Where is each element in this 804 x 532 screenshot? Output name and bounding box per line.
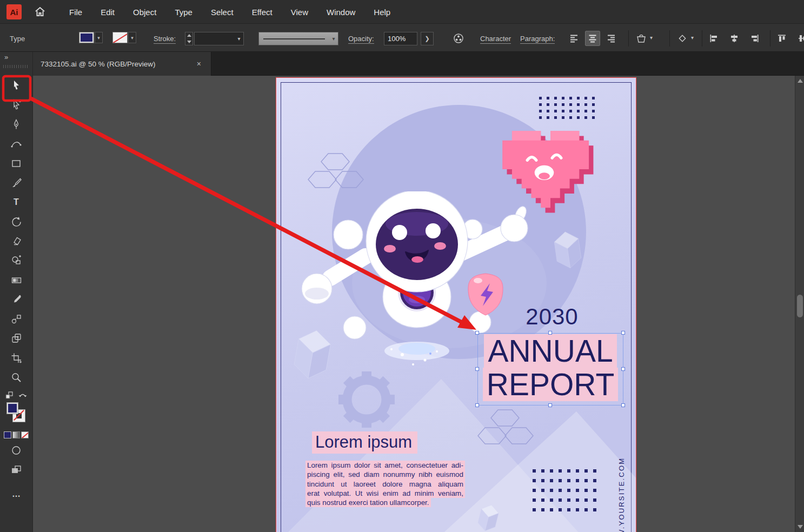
- align-objects-top-button[interactable]: [774, 31, 789, 46]
- selection-handle[interactable]: [548, 403, 552, 407]
- graphic-styles-icon[interactable]: [634, 31, 649, 46]
- selection-type-label: Type: [10, 35, 25, 43]
- document-tab[interactable]: 7332105.ai @ 50 % (RGB/Preview) ×: [33, 52, 211, 76]
- direct-selection-tool[interactable]: [6, 96, 26, 114]
- selection-handle[interactable]: [621, 331, 625, 335]
- color-button[interactable]: [4, 431, 11, 438]
- eyedropper-tool[interactable]: [6, 290, 26, 309]
- gradient-button[interactable]: [12, 431, 20, 438]
- fill-color-swatch[interactable]: [79, 32, 94, 43]
- align-objects-center-button[interactable]: [727, 31, 742, 46]
- align-text-center-button[interactable]: [585, 31, 600, 46]
- document-title: 7332105.ai @ 50 % (RGB/Preview): [41, 60, 156, 68]
- rectangle-tool[interactable]: [6, 154, 26, 172]
- menubar: Ai File Edit Object Type Select Effect V…: [0, 0, 804, 24]
- eraser-tool[interactable]: [6, 232, 26, 250]
- character-panel-link[interactable]: Character: [480, 35, 511, 44]
- poster-title-text[interactable]: ANNUAL REPORT: [477, 333, 623, 405]
- poster-heading-text[interactable]: Lorem ipsum: [312, 433, 417, 452]
- shape-builder-tool[interactable]: [6, 251, 26, 270]
- default-fill-stroke-icon[interactable]: [4, 390, 14, 402]
- curvature-tool[interactable]: [6, 135, 26, 153]
- pen-tool[interactable]: [6, 115, 26, 134]
- edit-toolbar-button[interactable]: …: [12, 491, 21, 497]
- poster-website-text[interactable]: WWW.YOURSITE.COM: [617, 457, 626, 532]
- selection-handle[interactable]: [621, 367, 625, 371]
- type-tool[interactable]: T: [6, 193, 26, 211]
- toolbar-grip: [3, 65, 28, 68]
- none-button[interactable]: [21, 431, 29, 438]
- symbols-tool[interactable]: [6, 329, 26, 348]
- menu-item-select[interactable]: Select: [211, 8, 234, 17]
- dot-pattern-top: [539, 97, 595, 119]
- toolbar-expand-icon[interactable]: »: [4, 53, 8, 61]
- menu-items: File Edit Object Type Select Effect View…: [69, 0, 390, 24]
- width-profile-select[interactable]: ▾: [258, 32, 338, 45]
- menu-item-file[interactable]: File: [69, 8, 82, 17]
- selection-handle[interactable]: [475, 403, 479, 407]
- artboard-tool[interactable]: [6, 349, 26, 367]
- paragraph-panel-link[interactable]: Paragraph:: [520, 35, 555, 44]
- vertical-scrollbar[interactable]: [795, 76, 804, 532]
- paintbrush-tool[interactable]: [6, 174, 26, 192]
- selection-handle[interactable]: [621, 403, 625, 407]
- align-objects-left-button[interactable]: [706, 31, 721, 46]
- swap-fill-stroke-icon[interactable]: [17, 391, 28, 401]
- rotate-tool[interactable]: [6, 212, 26, 231]
- zoom-tool[interactable]: [6, 368, 26, 387]
- menu-item-object[interactable]: Object: [133, 8, 156, 17]
- graphic-styles-chevron[interactable]: ▾: [650, 35, 653, 41]
- selection-handle[interactable]: [475, 367, 479, 371]
- opacity-panel-link[interactable]: Opacity:: [348, 35, 374, 44]
- toolbar-fill-swatch[interactable]: [6, 402, 18, 414]
- menu-item-help[interactable]: Help: [374, 8, 390, 17]
- transform-icon[interactable]: [675, 31, 690, 46]
- stroke-weight-select[interactable]: ▾: [194, 32, 244, 45]
- transform-chevron[interactable]: ▾: [691, 35, 694, 41]
- align-objects-right-button[interactable]: [747, 31, 762, 46]
- drawing-mode-button[interactable]: [10, 445, 22, 458]
- menu-item-window[interactable]: Window: [327, 8, 355, 17]
- stroke-color-dropdown[interactable]: ▾: [128, 32, 136, 43]
- fill-color-dropdown[interactable]: ▾: [95, 32, 103, 43]
- home-icon[interactable]: [34, 5, 46, 18]
- scroll-down-icon[interactable]: [798, 525, 803, 529]
- dot-pattern-bottom: [533, 469, 596, 511]
- menu-item-edit[interactable]: Edit: [101, 8, 115, 17]
- screen-mode-button[interactable]: [10, 464, 22, 477]
- stroke-panel-link[interactable]: Stroke:: [154, 35, 176, 44]
- align-text-right-button[interactable]: [603, 31, 619, 46]
- align-text-left-button[interactable]: [567, 31, 582, 46]
- recolor-artwork-icon[interactable]: [451, 31, 466, 46]
- scroll-up-icon[interactable]: [798, 79, 803, 83]
- tools-panel: » T: [0, 52, 33, 532]
- menu-item-effect[interactable]: Effect: [252, 8, 273, 17]
- selection-handle[interactable]: [475, 331, 479, 335]
- menu-item-type[interactable]: Type: [175, 8, 192, 17]
- poster-body-text[interactable]: Lorem ipsum dolor sit amet, consectetuer…: [305, 461, 465, 507]
- opacity-submenu-button[interactable]: ❯: [421, 32, 434, 45]
- poster-year-text[interactable]: 2030: [509, 304, 595, 330]
- poster-title-line-1: ANNUAL: [484, 334, 616, 368]
- canvas[interactable]: 2030 ANNUAL REPORT Lorem ipsum Lorem ips…: [33, 76, 804, 532]
- poster-title-line-2: REPORT: [483, 368, 619, 401]
- app-logo-icon[interactable]: Ai: [6, 4, 22, 19]
- tab-close-icon[interactable]: ×: [195, 58, 203, 69]
- scrollbar-thumb[interactable]: [797, 295, 803, 317]
- control-bar: Type ▾ ▾ Stroke: ▾ ▾ Opacity: ❯ Characte…: [0, 24, 804, 52]
- illustrator-window: Ai File Edit Object Type Select Effect V…: [0, 0, 804, 532]
- opacity-input[interactable]: [384, 32, 417, 45]
- artboard[interactable]: 2030 ANNUAL REPORT Lorem ipsum Lorem ips…: [276, 77, 636, 532]
- gradient-tool[interactable]: [6, 271, 26, 289]
- selection-tool[interactable]: [6, 76, 26, 95]
- document-tab-bar: 7332105.ai @ 50 % (RGB/Preview) ×: [33, 52, 804, 76]
- align-objects-vcenter-button[interactable]: [795, 31, 804, 46]
- stroke-weight-stepper[interactable]: [185, 32, 193, 45]
- selection-handle[interactable]: [548, 331, 552, 335]
- stroke-color-swatch[interactable]: [112, 32, 128, 43]
- menu-item-view[interactable]: View: [291, 8, 308, 17]
- blend-tool[interactable]: [6, 310, 26, 328]
